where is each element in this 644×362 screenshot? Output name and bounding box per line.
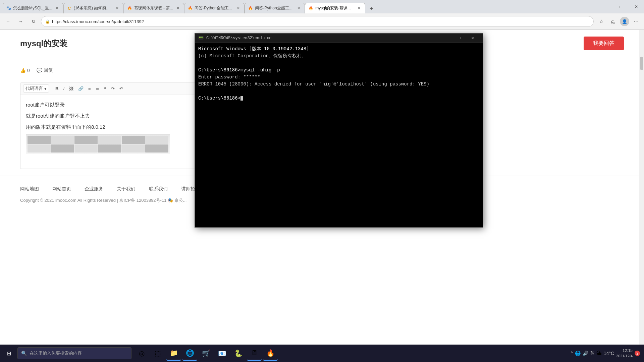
arrow-more-icon[interactable]: ^ xyxy=(571,351,573,356)
address-bar[interactable]: 🔒 https://class.imooc.com/course/qadetai… xyxy=(41,16,594,27)
tab-4[interactable]: 🔥 问答-Python全能工... ✕ xyxy=(184,3,245,13)
cmd-line-4: C:\Users\86186>mysql -uhig -p xyxy=(198,67,479,74)
tab-2[interactable]: C (16条消息) 如何彻... ✕ xyxy=(63,3,124,13)
language-indicator[interactable]: 英 xyxy=(590,351,594,356)
answer-button[interactable]: 我要回答 xyxy=(584,37,624,50)
network-icon[interactable]: 🌐 xyxy=(575,351,581,356)
taskbar-icon-multitask[interactable]: ⬚ xyxy=(150,346,165,361)
tab-1-label: 怎么删除MySQL_重... xyxy=(13,5,52,11)
page-title: mysql的安装 xyxy=(20,38,67,49)
footer-link-about[interactable]: 关于我们 xyxy=(117,186,136,192)
reload-button[interactable]: ↻ xyxy=(28,16,39,27)
cmd-close-button[interactable]: ✕ xyxy=(466,34,479,43)
minimize-button[interactable]: — xyxy=(598,1,613,12)
taskbar-icon-terminal[interactable]: 🖥 xyxy=(247,346,262,361)
footer-link-home[interactable]: 网站首页 xyxy=(52,186,71,192)
cmd-line-7 xyxy=(198,88,479,95)
tab-1-close[interactable]: ✕ xyxy=(54,6,60,11)
forward-button[interactable]: → xyxy=(15,16,26,27)
undo-button[interactable]: ↶ xyxy=(117,85,125,93)
taskbar-right: ^ 🌐 🔊 英 🌥 14°C 12:15 2021/12/4 2 xyxy=(571,348,644,359)
volume-icon[interactable]: 🔊 xyxy=(583,351,588,356)
footer-link-sitemap[interactable]: 网站地图 xyxy=(20,186,39,192)
tab-1-favicon: 🐾 xyxy=(6,6,11,11)
image-button[interactable]: 🖼 xyxy=(67,85,75,93)
taskbar-icon-mail[interactable]: 📧 xyxy=(215,346,229,361)
cmd-line-8: C:\Users\86186> xyxy=(198,95,479,102)
copyright-text: Copyright © 2021 imooc.com All Rights Re… xyxy=(20,197,186,203)
weather-icon: 🌥 xyxy=(596,350,602,356)
link-button[interactable]: 🔗 xyxy=(76,85,86,93)
start-button[interactable]: ⊞ xyxy=(0,345,17,362)
taskbar-search[interactable]: 🔍 在这里输入你要搜索的内容 xyxy=(17,347,131,359)
maximize-button[interactable]: □ xyxy=(613,1,629,12)
cmd-icon: 📟 xyxy=(198,35,204,42)
page-content: mysql的安装 我要回答 👍 0 💬 回复 代码语言 ▾ B xyxy=(0,30,644,345)
taskbar-icon-cortana[interactable]: ◎ xyxy=(134,346,149,361)
thumb-up-icon: 👍 xyxy=(20,68,26,73)
unordered-list-button[interactable]: ≡ xyxy=(86,85,93,93)
temperature-text: 14°C xyxy=(604,351,614,356)
cmd-line-3 xyxy=(198,60,479,67)
chevron-down-icon: ▾ xyxy=(44,86,47,91)
notification-badge[interactable]: 2 xyxy=(635,351,640,356)
editor-body[interactable]: root账户可以登录 就是root创建的账户登不上去 用的版本就是在资料里面下的… xyxy=(20,95,211,169)
redo-button[interactable]: ↷ xyxy=(109,85,117,93)
cmd-maximize-button[interactable]: □ xyxy=(452,34,466,43)
code-lang-label: 代码语言 xyxy=(25,85,43,92)
taskbar-icon-browser[interactable]: 🔥 xyxy=(263,346,278,361)
footer-link-contact[interactable]: 联系我们 xyxy=(149,186,168,192)
scrollbar-thumb[interactable] xyxy=(640,57,643,70)
tab-5[interactable]: 🔥 问答-Python全能工... ✕ xyxy=(245,3,305,13)
toolbar-icons: ☆ 🗂 👤 ⋯ xyxy=(596,16,641,27)
taskbar-icon-edge[interactable]: 🌐 xyxy=(182,346,197,361)
star-icon[interactable]: ☆ xyxy=(596,16,606,27)
ordered-list-button[interactable]: ≣ xyxy=(94,85,101,93)
italic-button[interactable]: I xyxy=(61,85,66,93)
tab-3[interactable]: 🔥 慕课网体系课程 - 茶... ✕ xyxy=(124,3,184,13)
taskbar-icon-explorer[interactable]: 📁 xyxy=(166,346,181,361)
scrollbar[interactable] xyxy=(639,30,644,345)
window-controls: — □ ✕ xyxy=(598,0,644,13)
cmd-window[interactable]: 📟 C:\WINDOWS\system32\cmd.exe — □ ✕ Micr… xyxy=(195,33,483,228)
more-icon[interactable]: ⋯ xyxy=(631,16,641,27)
footer-link-enterprise[interactable]: 企业服务 xyxy=(85,186,103,192)
taskbar-icon-store[interactable]: 🛒 xyxy=(199,346,213,361)
new-tab-button[interactable]: + xyxy=(367,4,376,13)
tab-5-favicon: 🔥 xyxy=(248,6,253,11)
close-button[interactable]: ✕ xyxy=(629,1,644,12)
reply-icon: 💬 xyxy=(37,68,42,73)
reply-action[interactable]: 💬 回复 xyxy=(37,67,53,73)
editor-container: 代码语言 ▾ B I 🖼 🔗 ≡ ≣ ❝ ↷ ↶ root账户可以登录 就是ro… xyxy=(20,82,211,169)
quote-button[interactable]: ❝ xyxy=(102,85,108,93)
tab-3-close[interactable]: ✕ xyxy=(175,6,180,11)
search-placeholder-text: 在这里输入你要搜索的内容 xyxy=(30,350,82,356)
like-action[interactable]: 👍 0 xyxy=(20,68,30,73)
tab-2-close[interactable]: ✕ xyxy=(115,6,120,11)
profile-button[interactable]: 👤 xyxy=(620,17,629,26)
cmd-minimize-button[interactable]: — xyxy=(439,34,452,43)
tab-5-close[interactable]: ✕ xyxy=(296,6,301,11)
code-lang-select[interactable]: 代码语言 ▾ xyxy=(23,84,49,93)
back-button[interactable]: ← xyxy=(3,16,13,27)
address-text: https://class.imooc.com/course/qadetail/… xyxy=(52,19,589,24)
cmd-line-1: Microsoft Windows [版本 10.0.19042.1348] xyxy=(198,46,479,53)
taskbar-clock[interactable]: 12:15 2021/12/4 xyxy=(616,348,633,359)
inline-screenshot xyxy=(26,134,170,154)
toolbar-divider xyxy=(51,85,51,92)
tab-6-favicon: 🔥 xyxy=(309,6,313,11)
date-display: 2021/12/4 xyxy=(616,354,633,359)
bold-button[interactable]: B xyxy=(53,85,60,93)
tab-4-close[interactable]: ✕ xyxy=(235,6,241,11)
cmd-line-6: ERROR 1045 (28000): Access denied for us… xyxy=(198,81,479,88)
tab-2-label: (16条消息) 如何彻... xyxy=(74,5,113,11)
tab-1[interactable]: 🐾 怎么删除MySQL_重... ✕ xyxy=(3,3,63,13)
tab-3-favicon: 🔥 xyxy=(127,6,132,11)
tab-6[interactable]: 🔥 mysql的安装-慕课... ✕ xyxy=(305,3,365,13)
tab-6-close[interactable]: ✕ xyxy=(356,6,362,11)
tab-2-favicon: C xyxy=(67,6,72,11)
cmd-cursor xyxy=(240,96,243,101)
taskbar-icon-app1[interactable]: 🐍 xyxy=(231,346,246,361)
collections-icon[interactable]: 🗂 xyxy=(608,16,619,27)
time-display: 12:15 xyxy=(616,348,633,354)
